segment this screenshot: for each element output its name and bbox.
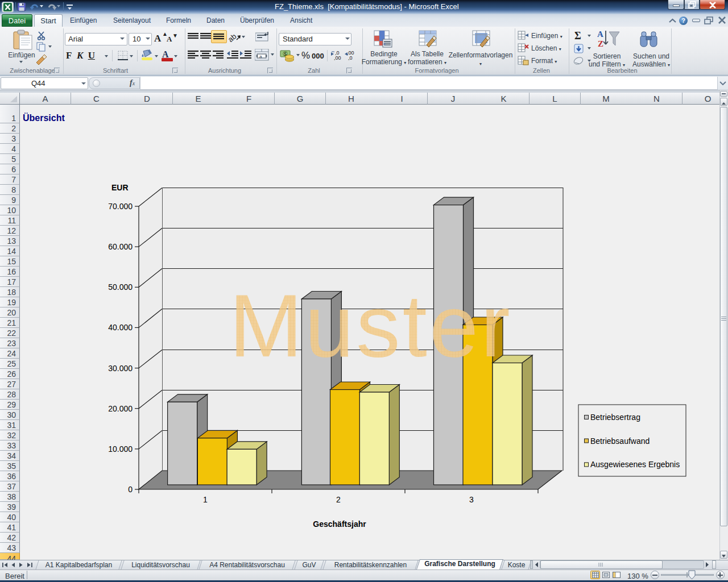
svg-text:1: 1 <box>203 495 208 504</box>
svg-text:60.000: 60.000 <box>108 242 133 251</box>
svg-text:,00: ,00 <box>334 55 341 61</box>
svg-text:0: 0 <box>128 485 133 494</box>
svg-text:10.000: 10.000 <box>108 444 133 454</box>
svg-text:Geschäftsjahr: Geschäftsjahr <box>313 519 366 529</box>
svg-text:20.000: 20.000 <box>108 404 133 413</box>
svg-text:3: 3 <box>469 495 474 504</box>
svg-text:<: < <box>383 41 386 47</box>
svg-text:Betriebsaufwand: Betriebsaufwand <box>590 436 650 446</box>
svg-text:70.000: 70.000 <box>108 202 133 211</box>
svg-text:30.000: 30.000 <box>108 364 133 373</box>
svg-text:Ausgewiesenes Ergebnis: Ausgewiesenes Ergebnis <box>590 460 680 469</box>
svg-text:,0: ,0 <box>348 55 353 61</box>
svg-text:a: a <box>259 54 262 59</box>
svg-text:Muster: Muster <box>229 277 512 375</box>
svg-text:Z: Z <box>598 39 603 48</box>
svg-text:Betriebsertrag: Betriebsertrag <box>590 413 640 422</box>
svg-text:2: 2 <box>336 495 341 504</box>
svg-text:A: A <box>597 30 603 39</box>
svg-text:ab: ab <box>229 32 238 43</box>
svg-text:EUR: EUR <box>111 183 129 192</box>
svg-text:40.000: 40.000 <box>108 323 133 332</box>
svg-text:50.000: 50.000 <box>108 282 133 292</box>
